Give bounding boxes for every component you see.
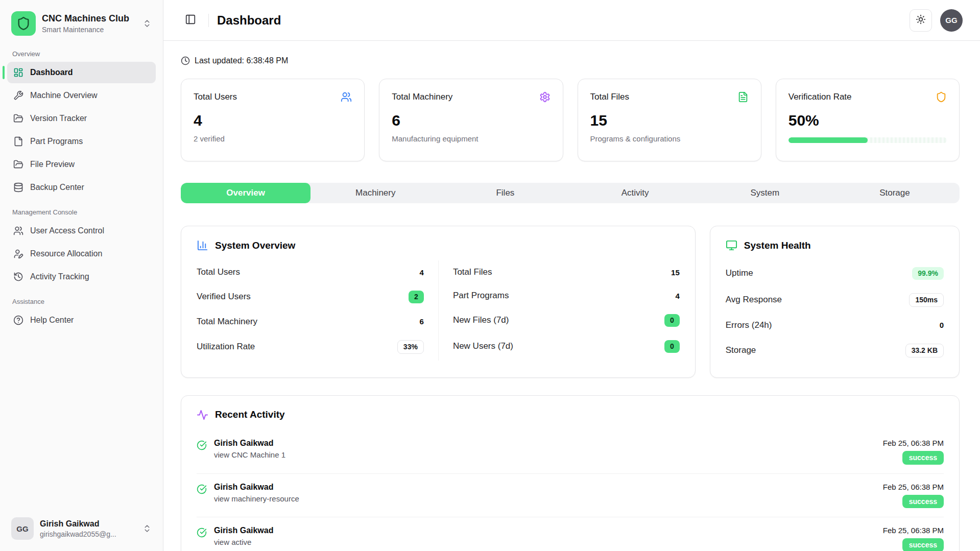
sidebar-item-backup-center[interactable]: Backup Center xyxy=(7,177,156,198)
panel-title: System Overview xyxy=(215,240,295,251)
section-label-assistance: Assistance xyxy=(12,298,151,305)
activity-user: Girish Gaikwad xyxy=(214,526,273,535)
help-circle-icon xyxy=(13,315,23,325)
sidebar-item-part-programs[interactable]: Part Programs xyxy=(7,131,156,152)
user-menu[interactable]: GG Girish Gaikwad girishgaikwad2055@g... xyxy=(7,513,156,544)
sidebar-toggle-button[interactable] xyxy=(181,11,200,30)
sidebar-item-label: User Access Control xyxy=(30,226,104,235)
tab-machinery[interactable]: Machinery xyxy=(310,183,440,203)
last-updated-text: Last updated: 6:38:48 PM xyxy=(195,56,288,65)
metric-row: Part Programs 4 xyxy=(453,284,680,307)
users-icon xyxy=(13,226,23,236)
stat-card-total-files: Total Files 15 Programs & configurations xyxy=(578,79,761,161)
sidebar-item-label: Machine Overview xyxy=(30,91,98,100)
tab-overview[interactable]: Overview xyxy=(181,183,310,203)
sidebar-item-label: Dashboard xyxy=(30,68,73,77)
activity-list-item: Girish Gaikwad view machinery-resource F… xyxy=(197,474,944,518)
file-icon xyxy=(13,136,23,147)
activity-user: Girish Gaikwad xyxy=(214,483,299,492)
stat-subtitle: Programs & configurations xyxy=(590,134,749,143)
stat-card-total-machinery: Total Machinery 6 Manufacturing equipmen… xyxy=(379,79,563,161)
brand-shield-icon xyxy=(11,11,36,36)
brand-name: CNC Machines Club xyxy=(42,13,136,24)
stat-title: Total Files xyxy=(590,92,630,102)
metric-row: Total Files 15 xyxy=(453,260,680,284)
sidebar-item-activity-tracking[interactable]: Activity Tracking xyxy=(7,266,156,288)
sidebar-item-label: Resource Allocation xyxy=(30,249,102,258)
stat-card-total-users: Total Users 4 2 verified xyxy=(181,79,365,161)
sidebar-item-label: Help Center xyxy=(30,316,74,325)
file-text-icon xyxy=(737,91,749,103)
wrench-icon xyxy=(13,90,23,101)
header-avatar[interactable]: GG xyxy=(940,9,963,32)
sidebar-item-help-center[interactable]: Help Center xyxy=(7,309,156,331)
activity-action: view active xyxy=(214,538,273,546)
activity-list-item: Girish Gaikwad view active Feb 25, 06:38… xyxy=(197,517,944,551)
metric-row: Avg Response 150ms xyxy=(726,286,944,314)
tab-activity[interactable]: Activity xyxy=(570,183,700,203)
panels-row: System Overview Total Users 4 Verified U… xyxy=(181,226,960,378)
sidebar-nav-management: User Access Control Resource Allocation … xyxy=(7,220,156,288)
user-name: Girish Gaikwad xyxy=(40,519,136,529)
dashboard-grid-icon xyxy=(13,67,23,78)
stat-value: 15 xyxy=(590,112,749,129)
sidebar-item-resource-allocation[interactable]: Resource Allocation xyxy=(7,243,156,265)
folder-open-icon xyxy=(13,159,23,170)
new-files-badge: 0 xyxy=(664,314,680,327)
stat-subtitle: Manufacturing equipment xyxy=(392,134,550,143)
panel-title: Recent Activity xyxy=(215,409,285,420)
activity-action: view machinery-resource xyxy=(214,494,299,503)
activity-action: view CNC Machine 1 xyxy=(214,450,285,459)
metric-row: Total Users 4 xyxy=(197,260,424,284)
metric-row: New Users (7d) 0 xyxy=(453,333,680,360)
system-overview-right-column: Total Files 15 Part Programs 4 New Files… xyxy=(438,260,680,361)
sidebar-spacer xyxy=(7,331,156,513)
tab-storage[interactable]: Storage xyxy=(830,183,960,203)
metric-row: Verified Users 2 xyxy=(197,284,424,310)
activity-time: Feb 25, 06:38 PM xyxy=(883,526,944,535)
theme-toggle-button[interactable] xyxy=(910,9,932,32)
new-users-badge: 0 xyxy=(664,340,680,353)
check-circle-icon xyxy=(197,484,207,494)
activity-meta: Feb 25, 06:38 PM success xyxy=(883,439,944,465)
sidebar-item-version-tracker[interactable]: Version Tracker xyxy=(7,108,156,129)
user-avatar: GG xyxy=(11,517,34,540)
stat-title: Verification Rate xyxy=(788,92,852,102)
section-label-overview: Overview xyxy=(12,50,151,58)
activity-time: Feb 25, 06:38 PM xyxy=(883,483,944,491)
sidebar-item-label: Activity Tracking xyxy=(30,272,89,281)
verification-progress-fill xyxy=(788,137,868,143)
tab-system[interactable]: System xyxy=(700,183,830,203)
sidebar-item-label: Backup Center xyxy=(30,183,84,192)
page-title: Dashboard xyxy=(217,13,281,28)
workspace-switcher[interactable]: CNC Machines Club Smart Maintenance xyxy=(7,7,156,40)
status-badge: success xyxy=(902,451,944,465)
sidebar-item-user-access-control[interactable]: User Access Control xyxy=(7,220,156,242)
check-circle-icon xyxy=(197,440,207,450)
monitor-icon xyxy=(726,239,737,251)
tab-files[interactable]: Files xyxy=(440,183,570,203)
verified-users-badge: 2 xyxy=(409,291,424,303)
activity-list-item: Girish Gaikwad view CNC Machine 1 Feb 25… xyxy=(197,430,944,474)
sidebar-item-dashboard[interactable]: Dashboard xyxy=(7,62,156,83)
stat-subtitle: 2 verified xyxy=(194,134,352,143)
uptime-badge: 99.9% xyxy=(912,267,944,280)
stat-card-verification-rate: Verification Rate 50% xyxy=(776,79,960,161)
folder-open-icon xyxy=(13,113,23,124)
system-health-rows: Uptime 99.9% Avg Response 150ms Errors (… xyxy=(726,260,944,364)
stat-value: 4 xyxy=(194,112,352,129)
stat-cards: Total Users 4 2 verified Total Machinery… xyxy=(181,79,960,161)
system-overview-left-column: Total Users 4 Verified Users 2 Total Mac… xyxy=(197,260,424,361)
dashboard-content: Last updated: 6:38:48 PM Total Users 4 2… xyxy=(163,41,980,551)
recent-activity-panel: Recent Activity Girish Gaikwad view CNC … xyxy=(181,395,960,551)
utilization-rate-badge: 33% xyxy=(397,340,424,354)
sidebar-item-machine-overview[interactable]: Machine Overview xyxy=(7,85,156,106)
metric-row: Utilization Rate 33% xyxy=(197,333,424,361)
sidebar-item-file-preview[interactable]: File Preview xyxy=(7,154,156,175)
shield-icon xyxy=(936,91,947,103)
history-icon xyxy=(13,272,23,282)
topbar-right: GG xyxy=(910,9,963,32)
chevrons-up-down-icon xyxy=(142,19,152,28)
storage-badge: 33.2 KB xyxy=(905,344,944,357)
verification-progress-bar xyxy=(788,137,947,143)
